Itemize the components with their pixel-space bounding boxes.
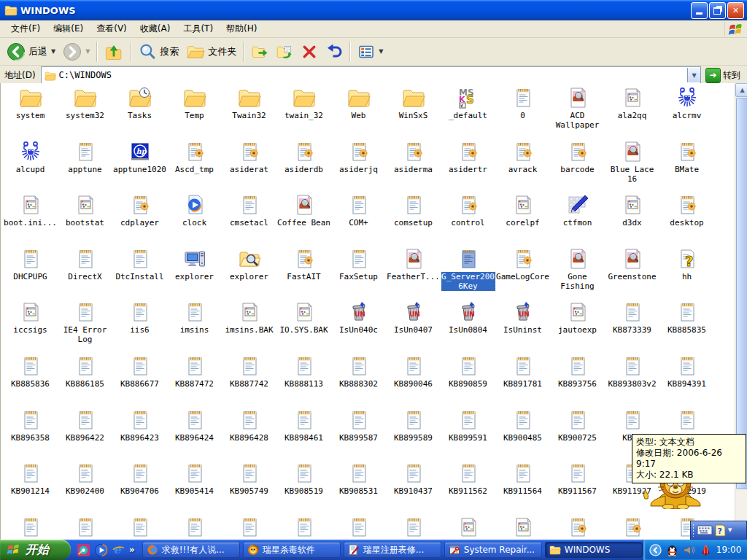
file-item[interactable]: [605, 516, 659, 540]
file-item[interactable]: KB896358: [3, 408, 58, 462]
file-item[interactable]: control: [441, 193, 495, 247]
file-item[interactable]: KB890046: [386, 354, 441, 408]
file-item[interactable]: comsetup: [386, 193, 441, 247]
file-item[interactable]: iis6: [112, 300, 167, 354]
file-item[interactable]: KB911564: [495, 462, 550, 516]
file-item[interactable]: KB886677: [112, 354, 167, 408]
file-item[interactable]: asiderma: [386, 140, 441, 194]
undo-button[interactable]: [322, 42, 347, 62]
file-item[interactable]: G_Server2006Key: [441, 247, 495, 301]
file-item[interactable]: asidertr: [441, 140, 495, 194]
file-item[interactable]: KB910437: [386, 462, 441, 516]
file-item[interactable]: [58, 516, 112, 540]
language-bar[interactable]: ? ▼: [690, 521, 747, 540]
file-item[interactable]: Web: [331, 86, 386, 140]
file-item[interactable]: KB896428: [222, 408, 276, 462]
menu-item-favorites[interactable]: 收藏(A): [133, 20, 177, 37]
file-item[interactable]: cmsetacl: [222, 193, 276, 247]
file-item[interactable]: GameLogCore: [495, 247, 550, 301]
views-dropdown-icon[interactable]: ▼: [379, 48, 383, 55]
file-item[interactable]: imsins: [167, 300, 222, 354]
file-item[interactable]: UNIsUninst: [495, 300, 550, 354]
file-item[interactable]: KB894391: [659, 354, 714, 408]
file-item[interactable]: [331, 516, 386, 540]
file-item[interactable]: explorer: [167, 247, 222, 301]
scrollbar-thumb[interactable]: [736, 98, 747, 489]
file-item[interactable]: d3dx: [605, 193, 659, 247]
delete-button[interactable]: [297, 42, 322, 62]
file-item[interactable]: [550, 516, 605, 540]
file-item[interactable]: KB885836: [3, 354, 58, 408]
file-item[interactable]: KB900725: [550, 408, 605, 462]
volume-icon[interactable]: [683, 544, 695, 556]
file-item[interactable]: DtcInstall: [112, 247, 167, 301]
views-button[interactable]: ▼: [354, 42, 387, 62]
file-item[interactable]: KB887742: [222, 354, 276, 408]
menu-item-view[interactable]: 查看(V): [90, 20, 133, 37]
task-button[interactable]: 瑞星注册表修...: [344, 542, 441, 558]
file-item[interactable]: KB899591: [441, 408, 495, 462]
file-item[interactable]: BMate: [659, 140, 714, 194]
file-item[interactable]: UNIsUn0804: [441, 300, 495, 354]
quick-launch-overflow-chevron[interactable]: »: [129, 545, 135, 555]
file-item[interactable]: IO.SYS.BAK: [276, 300, 331, 354]
file-item[interactable]: jautoexp: [550, 300, 605, 354]
file-item[interactable]: system32: [58, 86, 112, 140]
file-item[interactable]: [3, 516, 58, 540]
file-item[interactable]: explorer: [222, 247, 276, 301]
file-item[interactable]: ctfmon: [550, 193, 605, 247]
media-player-icon[interactable]: [94, 543, 108, 557]
file-item[interactable]: KB901214: [3, 462, 58, 516]
task-button[interactable]: System Repair...: [444, 542, 542, 558]
qq-icon[interactable]: [666, 544, 678, 556]
file-item[interactable]: [441, 516, 495, 540]
file-item[interactable]: ACD Wallpaper: [550, 86, 605, 140]
langbar-gripper[interactable]: [692, 524, 694, 537]
file-item[interactable]: KB888113: [276, 354, 331, 408]
file-item[interactable]: Tasks: [112, 86, 167, 140]
file-item[interactable]: KB908519: [276, 462, 331, 516]
up-button[interactable]: [101, 41, 127, 63]
file-item[interactable]: [386, 516, 441, 540]
minimize-button[interactable]: [691, 2, 708, 19]
file-item[interactable]: [112, 516, 167, 540]
address-dropdown-button[interactable]: ▼: [687, 68, 700, 82]
menu-item-edit[interactable]: 编辑(E): [47, 20, 90, 37]
help-icon[interactable]: ?: [715, 524, 726, 537]
file-item[interactable]: avrack: [495, 140, 550, 194]
file-item[interactable]: MSSK_default: [441, 86, 495, 140]
clock[interactable]: 19:00: [716, 545, 742, 555]
file-item[interactable]: apptune: [58, 140, 112, 194]
close-button[interactable]: ✕: [727, 2, 744, 19]
restore-button[interactable]: [709, 2, 726, 19]
file-item[interactable]: Temp: [167, 86, 222, 140]
file-item[interactable]: alcrmv: [659, 86, 714, 140]
file-item[interactable]: DHCPUPG: [3, 247, 58, 301]
forward-button[interactable]: ▼: [59, 41, 93, 63]
menu-item-file[interactable]: 文件(F): [4, 20, 47, 37]
file-item[interactable]: Greenstone: [605, 247, 659, 301]
task-button[interactable]: 求救!!!有人说...: [142, 542, 240, 558]
file-item[interactable]: alcupd: [3, 140, 58, 194]
file-item[interactable]: KB908531: [331, 462, 386, 516]
file-item[interactable]: KB873339: [605, 300, 659, 354]
file-item[interactable]: KB902400: [58, 462, 112, 516]
file-item[interactable]: KB893756: [550, 354, 605, 408]
file-item[interactable]: asiderjq: [331, 140, 386, 194]
file-item[interactable]: clock: [167, 193, 222, 247]
collapse-chevron-icon[interactable]: [649, 544, 662, 556]
file-item[interactable]: WinSxS: [386, 86, 441, 140]
file-item[interactable]: iccsigs: [3, 300, 58, 354]
file-item[interactable]: KB896423: [112, 408, 167, 462]
file-item[interactable]: IE4 Error Log: [58, 300, 112, 354]
file-item[interactable]: KB905414: [167, 462, 222, 516]
file-item[interactable]: imsins.BAK: [222, 300, 276, 354]
file-item[interactable]: KB886185: [58, 354, 112, 408]
file-item[interactable]: ala2qq: [605, 86, 659, 140]
file-item[interactable]: KB899587: [331, 408, 386, 462]
file-item[interactable]: [276, 516, 331, 540]
file-item[interactable]: UNIsUn0407: [386, 300, 441, 354]
file-item[interactable]: [495, 516, 550, 540]
file-item[interactable]: twain_32: [276, 86, 331, 140]
file-item[interactable]: Coffee Bean: [276, 193, 331, 247]
